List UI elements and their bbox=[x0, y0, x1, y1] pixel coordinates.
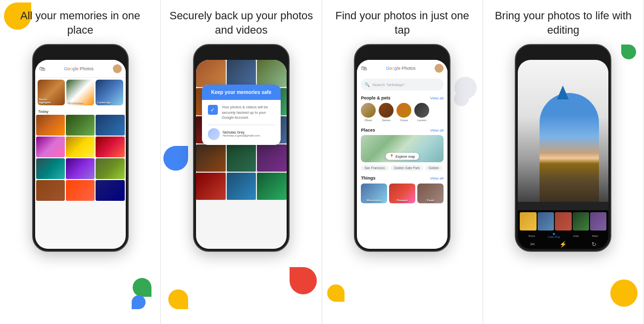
backup-user-name: Nicholas Grey bbox=[223, 131, 260, 134]
panel-2: Securely back up your photos and videos bbox=[161, 0, 322, 324]
person-oliver: Oliver bbox=[361, 103, 376, 122]
photo-cell bbox=[36, 180, 65, 201]
place-tag-ggp[interactable]: Golden Gate Park bbox=[391, 165, 423, 171]
app-logo-1: Google Photos bbox=[64, 66, 94, 71]
filter-icon[interactable]: ⚡ bbox=[559, 241, 567, 248]
explore-map-label: Explore map bbox=[396, 155, 415, 158]
phone-notch-1 bbox=[65, 45, 95, 55]
filter-color-pop[interactable]: Color Pop bbox=[548, 233, 560, 238]
things-grid: Mountains Flowers Food bbox=[357, 184, 447, 203]
phone-4: None Color Pop Auto West ✂ ⚡ bbox=[515, 44, 611, 252]
user-avatar-3 bbox=[435, 64, 444, 73]
places-view-all[interactable]: View all bbox=[430, 128, 444, 133]
phone-notch-4 bbox=[548, 45, 578, 55]
person-avatar-lauren bbox=[414, 103, 429, 118]
panel-1-title: All your memories in one place bbox=[6, 9, 154, 37]
highlights-row: Recenthighlights Me and mom 2 years ago bbox=[35, 78, 126, 107]
user-avatar-1 bbox=[113, 64, 122, 73]
filter-west[interactable]: West bbox=[592, 234, 598, 237]
people-section-header: People & pets View all bbox=[357, 93, 447, 102]
phone-notch-3 bbox=[388, 45, 417, 55]
filmstrip-thumb[interactable] bbox=[538, 212, 554, 231]
decoration-blue-2 bbox=[163, 146, 188, 171]
filmstrip-thumb[interactable] bbox=[573, 212, 589, 231]
people-row: Oliver James Grace Lauren bbox=[357, 102, 447, 125]
bag-icon-3: 🛍 bbox=[361, 65, 367, 72]
today-label: Today bbox=[35, 107, 126, 115]
backup-card: Keep your memories safe ✓ Your photos & … bbox=[202, 85, 281, 145]
search-icon: 🔍 bbox=[365, 83, 370, 87]
crop-icon[interactable]: ✂ bbox=[530, 241, 535, 248]
panel-4-title: Bring your photos to life with editing bbox=[489, 9, 638, 37]
rotate-icon[interactable]: ↻ bbox=[592, 241, 596, 248]
map-pin-icon: 📍 bbox=[390, 154, 394, 158]
person-photo-4 bbox=[540, 93, 599, 202]
collage-cell bbox=[196, 144, 226, 172]
thing-label-mountains: Mountains bbox=[367, 199, 382, 202]
collage-cell bbox=[227, 144, 256, 172]
photo-cell bbox=[96, 115, 124, 136]
collage-cell bbox=[227, 173, 256, 200]
things-section-title: Things bbox=[361, 176, 376, 181]
decoration-yellow-3 bbox=[327, 284, 345, 302]
person-james: James bbox=[379, 103, 394, 122]
filmstrip-thumb[interactable] bbox=[520, 212, 536, 231]
person-name-lauren: Lauren bbox=[417, 119, 427, 122]
place-tag-sf[interactable]: San Francisco bbox=[361, 165, 389, 171]
app-header-1: 🛍 Google Photos bbox=[35, 60, 126, 78]
collage-cell bbox=[257, 173, 287, 200]
collage-cell bbox=[196, 173, 226, 200]
panel-1: All your memories in one place 🛍 Google … bbox=[0, 0, 161, 324]
phone-3: 🛍 Google Photos 🔍 Search "birthdays" Peo… bbox=[354, 44, 450, 252]
highlight-label-1: Recenthighlights bbox=[39, 98, 51, 104]
collage-cell bbox=[257, 144, 287, 172]
highlight-label-3: 2 years ago bbox=[97, 101, 111, 104]
search-bar[interactable]: 🔍 Search "birthdays" bbox=[361, 79, 444, 91]
filter-none[interactable]: None bbox=[529, 234, 535, 237]
filter-auto[interactable]: Auto bbox=[573, 234, 579, 237]
decoration-green-4 bbox=[621, 45, 636, 59]
things-section-header: Things View all bbox=[357, 173, 447, 182]
decoration-green bbox=[133, 278, 151, 297]
app-header-3: 🛍 Google Photos bbox=[357, 60, 447, 77]
panel-3: Find your photos in just one tap 🛍 Googl… bbox=[322, 0, 483, 324]
filter-west-label: West bbox=[592, 234, 598, 237]
place-tag-golden[interactable]: Golden bbox=[425, 165, 443, 171]
phone-2-screen: Keep your memories safe ✓ Your photos & … bbox=[196, 60, 287, 249]
photo-cell bbox=[66, 137, 95, 157]
edit-toolbar: ✂ ⚡ ↻ bbox=[518, 240, 608, 249]
filmstrip-thumb[interactable] bbox=[555, 212, 571, 231]
collage-cell bbox=[257, 60, 287, 87]
check-icon: ✓ bbox=[208, 105, 218, 115]
backup-divider bbox=[208, 125, 275, 125]
photo-cell bbox=[66, 158, 95, 179]
person-lauren: Lauren bbox=[414, 103, 429, 122]
decoration-yellow-4 bbox=[610, 279, 638, 307]
decoration-gray-2 bbox=[454, 92, 469, 106]
collage-cell bbox=[227, 60, 256, 87]
highlight-card-3: 2 years ago bbox=[96, 80, 123, 105]
photo-cell bbox=[66, 180, 95, 201]
phone-1-screen: 🛍 Google Photos Recenthighlights Me and … bbox=[35, 60, 126, 249]
person-name-oliver: Oliver bbox=[364, 119, 372, 122]
things-view-all[interactable]: View all bbox=[430, 176, 444, 181]
places-section-title: Places bbox=[361, 128, 375, 133]
photo-cell bbox=[96, 158, 124, 179]
places-section-header: Places View all bbox=[357, 125, 447, 134]
people-view-all[interactable]: View all bbox=[430, 96, 444, 100]
photo-cell bbox=[96, 180, 124, 201]
panel-3-title: Find your photos in just one tap bbox=[328, 9, 477, 37]
phone-4-screen: None Color Pop Auto West ✂ ⚡ bbox=[518, 60, 608, 249]
person-grace: Grace bbox=[396, 103, 411, 122]
main-photo-4 bbox=[518, 60, 608, 202]
person-avatar-grace bbox=[396, 103, 411, 118]
highlight-card-2: Me and mom bbox=[66, 80, 94, 105]
places-tags: San Francisco Golden Gate Park Golden bbox=[357, 163, 447, 173]
explore-map-button[interactable]: 📍 Explore map bbox=[386, 153, 419, 160]
search-placeholder: Search "birthdays" bbox=[372, 83, 405, 87]
photo-cell bbox=[36, 158, 65, 179]
collage-cell bbox=[196, 60, 226, 87]
photo-cell bbox=[36, 137, 65, 157]
person-avatar-james bbox=[379, 103, 394, 118]
filmstrip-thumb[interactable] bbox=[590, 212, 606, 231]
